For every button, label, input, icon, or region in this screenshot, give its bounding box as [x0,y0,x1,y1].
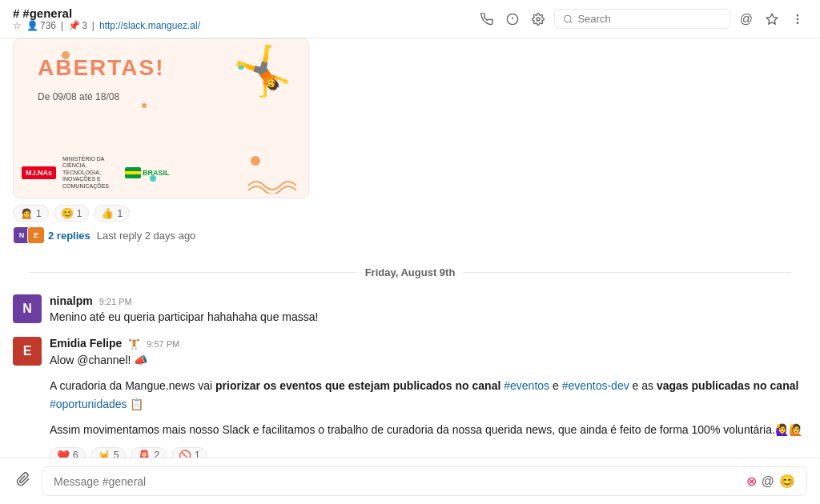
search-input[interactable] [577,13,721,25]
channel-info: # #general ☆ 👤 736 | 📌 3 | http://slack.… [13,6,477,31]
svg-point-4 [564,15,570,22]
message-input[interactable] [54,475,746,488]
link-eventos[interactable]: #eventos [504,379,549,392]
main-content: ABERTAS! De 09/08 até 18/08 M.I.NAs MINI… [0,38,820,458]
divider-line-left [29,272,357,273]
star-icon[interactable]: ☆ [13,20,22,31]
channel-hash: # [13,6,19,20]
reaction-emoji: 🙍 [20,207,33,219]
pins-info: 📌 3 [68,20,87,31]
reaction-count: 1 [117,208,123,219]
svg-point-9 [797,22,798,23]
reaction-count: 5 [114,450,119,458]
emoji-icon[interactable]: 😊 [779,474,795,489]
message-ninalpm: N ninalpm 9:21 PM Menino até eu queria p… [13,291,807,329]
day-divider-label: Friday, August 9th [365,266,456,278]
thread-replies: N E 2 replies Last reply 2 days ago [13,226,807,244]
message-content-emidia: Emidia Felipe 🏋️ 9:57 PM Alow @channel! … [50,337,807,458]
attach-button[interactable] [13,469,34,494]
message-time-emidia: 9:57 PM [147,339,179,349]
image-subtitle: De 09/08 até 18/08 [38,91,119,102]
svg-line-5 [570,21,572,22]
ministry-text: MINISTÉRIO DA CIÊNCIA, TECNOLOGIA, INOVA… [62,156,119,190]
at-button[interactable]: @ [737,9,756,30]
link-eventos-dev[interactable]: #eventos-dev [562,379,629,392]
cancel-icon[interactable]: ⊗ [746,474,757,489]
reaction-item[interactable]: 👍 1 [94,205,130,222]
message-text-ninalpm: Menino até eu queria participar hahahaha… [50,309,807,326]
reactions-row: 🙍 1 😊 1 👍 1 [13,205,807,222]
reaction-count: 6 [73,450,78,458]
reaction-heart[interactable]: ❤️ 6 [50,447,86,458]
message-text-emidia: Alow @channel! 📣 A curadoria da Mangue.n… [50,351,807,439]
reaction-count: 2 [154,450,159,458]
reaction-rock[interactable]: 🤘 5 [90,447,127,458]
search-box[interactable] [554,9,730,29]
channel-title: # #general [13,6,477,20]
msg-para-3: Assim movimentamos mais nosso Slack e fa… [50,421,807,438]
link-oportunidades[interactable]: #oportunidades [50,398,127,410]
reaction-emoji: 🤘 [98,450,111,458]
reactions-row-2: ❤️ 6 🤘 5 🚨 2 🚫 1 [50,447,807,458]
reaction-siren[interactable]: 🚨 2 [131,447,167,458]
reaction-emoji: 👍 [101,207,114,219]
image-title: ABERTAS! [38,55,165,81]
phone-button[interactable] [477,10,496,29]
avatar-ninalpm: N [13,294,42,323]
info-button[interactable] [503,10,522,29]
message-content-ninalpm: ninalpm 9:21 PM Menino até eu queria par… [50,294,807,326]
pin-icon: 📌 [68,20,80,31]
reaction-count: 1 [36,208,42,219]
message-emidia: E Emidia Felipe 🏋️ 9:57 PM Alow @channel… [13,334,807,458]
brazil-logo-container: BRASIL [125,167,170,178]
reaction-emoji: 🚨 [138,450,151,458]
day-divider: Friday, August 9th [13,254,807,291]
svg-point-8 [797,18,798,19]
reaction-emoji: ❤️ [57,450,70,458]
reaction-item[interactable]: 🙍 1 [13,205,49,222]
channel-url[interactable]: http://slack.manguez.al/ [99,20,200,31]
decorative-lines [248,178,296,194]
reaction-no[interactable]: 🚫 1 [171,447,207,458]
message-author-emidia: Emidia Felipe [50,337,122,350]
avatar-emidia: E [13,337,42,366]
search-icon [563,14,573,25]
divider-1: | [61,20,63,31]
input-area: ⊗ @ 😊 [0,458,820,504]
reaction-count: 1 [195,450,200,458]
channel-meta: ☆ 👤 736 | 📌 3 | http://slack.manguez.al/ [13,20,477,31]
message-time-ninalpm: 9:21 PM [99,297,132,306]
input-actions: ⊗ @ 😊 [746,474,795,489]
brazil-text: BRASIL [143,169,170,177]
thread-avatar-2: E [27,226,45,244]
messages-container: ABERTAS! De 09/08 até 18/08 M.I.NAs MINI… [0,38,820,458]
reaction-item[interactable]: 😊 1 [54,205,90,222]
message-header-emidia: Emidia Felipe 🏋️ 9:57 PM [50,337,807,350]
divider-2: | [92,20,94,31]
svg-marker-6 [766,14,777,24]
thread-replies-link[interactable]: 2 replies [48,230,90,242]
author-emoji-emidia: 🏋️ [128,338,140,350]
members-icon: 👤 [26,20,38,31]
message-header-ninalpm: ninalpm 9:21 PM [50,294,807,307]
divider-line-right [463,272,791,273]
figure-emoji: 🤸 [232,47,292,95]
svg-point-3 [537,18,540,21]
svg-point-7 [797,14,798,15]
reaction-emoji: 🚫 [179,450,191,458]
image-logos: M.I.NAs MINISTÉRIO DA CIÊNCIA, TECNOLOGI… [22,156,170,190]
header: # #general ☆ 👤 736 | 📌 3 | http://slack.… [0,0,820,38]
star-button[interactable] [762,10,782,29]
message-input-wrapper[interactable]: ⊗ @ 😊 [42,466,807,496]
members-count: 736 [40,20,56,31]
image-attachment: ABERTAS! De 09/08 até 18/08 M.I.NAs MINI… [13,38,309,198]
more-button[interactable] [788,10,807,29]
at-icon[interactable]: @ [762,474,774,489]
members-info: 👤 736 [26,20,56,31]
minas-logo: M.I.NAs [22,166,56,179]
reaction-emoji: 😊 [61,207,74,219]
message-author-ninalpm: ninalpm [50,294,93,307]
settings-button[interactable] [529,10,548,29]
brazil-flag [125,167,141,178]
msg-para-1: Alow @channel! 📣 [50,351,807,369]
